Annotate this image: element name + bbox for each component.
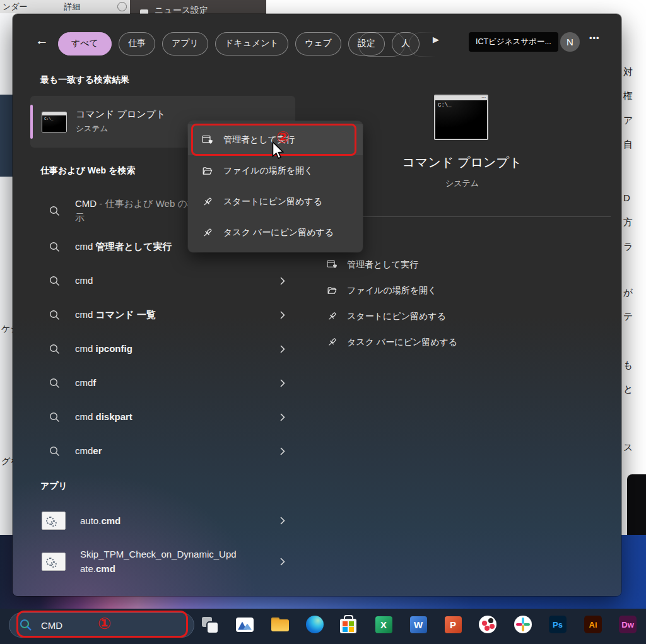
filter-pill-work[interactable]: 仕事 — [119, 32, 155, 56]
filter-pill-settings[interactable]: 設定 — [348, 32, 385, 56]
search-suggestion[interactable]: cmd diskpart — [30, 400, 295, 434]
menu-item-label: スタートにピン留めする — [223, 196, 322, 208]
illustrator-icon[interactable]: Ai — [583, 614, 603, 635]
suggestion-text: cmd — [75, 274, 93, 288]
suggestion-text: CMD - 仕事および Web の検示 — [75, 197, 197, 225]
document-text-fragment: 方 — [623, 216, 633, 228]
document-text-fragment: と — [623, 383, 633, 395]
search-suggestion[interactable]: cmd ipconfig — [30, 332, 295, 366]
action-label: タスク バーにピン留めする — [347, 337, 457, 348]
chevron-right-icon[interactable] — [280, 379, 285, 387]
background-tab: ンダー — [3, 1, 28, 13]
selection-accent-bar — [30, 105, 33, 139]
filter-pill-apps[interactable]: アプリ — [162, 32, 208, 56]
search-icon — [49, 310, 60, 320]
cmd-icon-text: C:\_ — [44, 117, 53, 121]
document-text-fragment: が — [623, 287, 633, 299]
cmd-prompt-icon: C:\_ — [42, 112, 67, 132]
app-result-text: auto.cmd — [80, 513, 120, 528]
mouse-cursor — [271, 141, 285, 163]
search-icon — [49, 378, 60, 389]
document-text-fragment: 自 — [623, 139, 633, 151]
filter-pill-web[interactable]: ウェブ — [295, 32, 341, 56]
action-pin-to-taskbar[interactable]: タスク バーにピン留めする — [314, 329, 611, 355]
filter-scroll-right-icon[interactable]: ▶ — [433, 35, 439, 44]
action-label: ファイルの場所を開く — [347, 285, 437, 296]
app-result[interactable]: auto.cmd — [30, 503, 295, 537]
chevron-right-icon[interactable] — [280, 345, 285, 353]
suggestion-text: cmd 管理者として実行 — [75, 240, 172, 254]
dreamweaver-icon[interactable]: Dw — [618, 614, 638, 635]
filter-pill-all[interactable]: すべて — [58, 32, 112, 56]
chevron-right-icon[interactable] — [280, 447, 285, 455]
document-text-fragment: ア — [623, 115, 633, 127]
background-tab: 詳細 — [64, 1, 81, 13]
red-dots-app-icon[interactable] — [478, 614, 498, 635]
action-label: スタートにピン留めする — [347, 311, 446, 322]
chevron-right-icon[interactable] — [280, 517, 285, 525]
document-text-fragment: も — [623, 360, 633, 372]
filter-pill-people[interactable]: 人 — [392, 32, 420, 56]
search-icon — [49, 206, 60, 216]
menu-item-label: ファイルの場所を開く — [223, 165, 313, 177]
web-search-header: 仕事および Web を検索 — [40, 165, 135, 177]
pin-icon — [327, 337, 338, 348]
action-open-file-location[interactable]: ファイルの場所を開く — [314, 278, 611, 303]
chevron-right-icon[interactable] — [280, 413, 285, 421]
app-result-text: Skip_TPM_Check_on_Dynamic_Update.cmd — [80, 547, 237, 576]
document-text-fragment: D — [623, 192, 630, 203]
search-suggestion[interactable]: cmdf — [30, 366, 295, 400]
background-document-right: 対 権 ア 自 D 方 ラ が テ も と ス — [621, 0, 646, 472]
file-explorer-icon[interactable] — [270, 614, 290, 635]
annotation-number-1: ① — [98, 614, 111, 633]
user-avatar[interactable]: N — [560, 32, 580, 52]
app-result[interactable]: Skip_TPM_Check_on_Dynamic_Update.cmd — [30, 537, 295, 585]
suggestion-text: cmd diskpart — [75, 410, 132, 424]
filter-pill-documents[interactable]: ドキュメント — [215, 32, 288, 56]
action-pin-to-start[interactable]: スタートにピン留めする — [314, 303, 611, 329]
slack-icon[interactable] — [513, 614, 533, 635]
action-run-as-admin[interactable]: 管理者として実行 — [314, 252, 611, 278]
best-match-header: 最も一致する検索結果 — [40, 74, 129, 86]
chevron-right-icon[interactable] — [280, 277, 285, 285]
back-arrow-icon[interactable]: ← — [35, 33, 49, 48]
cmd-prompt-icon-large: ▪▪▪ C:\_ — [434, 95, 488, 140]
photos-app-icon[interactable] — [235, 614, 255, 635]
document-text-fragment: グを — [1, 456, 13, 467]
action-label: 管理者として実行 — [347, 259, 418, 271]
powerpoint-icon[interactable]: P — [443, 614, 463, 635]
background-circle-icon — [117, 2, 127, 11]
document-text-fragment: ケジ — [1, 324, 13, 335]
chevron-right-icon[interactable] — [280, 558, 285, 566]
search-suggestion[interactable]: cmd コマンド 一覧 — [30, 298, 295, 332]
search-icon — [49, 242, 60, 252]
account-tooltip: ICTビジネスサポー... — [469, 32, 558, 52]
search-flyout-panel: ← すべて 仕事 アプリ ドキュメント ウェブ 設定 人 ▶ ICTビジネスサポ… — [13, 14, 621, 596]
edge-browser-icon[interactable] — [305, 614, 325, 635]
document-text-fragment: 権 — [623, 90, 633, 102]
search-suggestion[interactable]: cmd — [30, 264, 295, 298]
document-text-fragment: ス — [623, 442, 633, 454]
chevron-right-icon[interactable] — [280, 311, 285, 319]
suggestion-text: cmd ipconfig — [75, 342, 132, 356]
background-window-tabs: ンダー 詳細 — [0, 0, 132, 13]
search-filter-bar: すべて 仕事 アプリ ドキュメント ウェブ 設定 人 — [58, 31, 420, 56]
suggestion-text: cmdf — [75, 376, 96, 390]
excel-icon[interactable]: X — [373, 614, 394, 635]
microsoft-store-icon[interactable] — [338, 614, 358, 635]
word-icon[interactable]: W — [408, 614, 428, 635]
batch-file-icon — [42, 512, 66, 530]
menu-pin-to-taskbar[interactable]: タスク バーにピン留めする — [188, 217, 363, 248]
pin-icon — [202, 196, 213, 208]
document-text-fragment: テ — [623, 311, 633, 323]
menu-pin-to-start[interactable]: スタートにピン留めする — [188, 186, 363, 217]
folder-icon — [202, 165, 213, 177]
apps-list: auto.cmd Skip_TPM_Check_on_Dynamic_Updat… — [30, 503, 295, 585]
screen: ンダー 詳細 ニュース設定 対 権 ア 自 D 方 ラ が テ も と ス ケジ… — [0, 0, 646, 644]
batch-file-icon — [42, 553, 66, 571]
more-options-icon[interactable]: ••• — [589, 33, 600, 43]
task-view-icon[interactable] — [199, 614, 220, 635]
photoshop-icon[interactable]: Ps — [548, 614, 568, 635]
document-text-fragment: ラ — [623, 241, 633, 253]
search-suggestion[interactable]: cmder — [30, 434, 295, 468]
